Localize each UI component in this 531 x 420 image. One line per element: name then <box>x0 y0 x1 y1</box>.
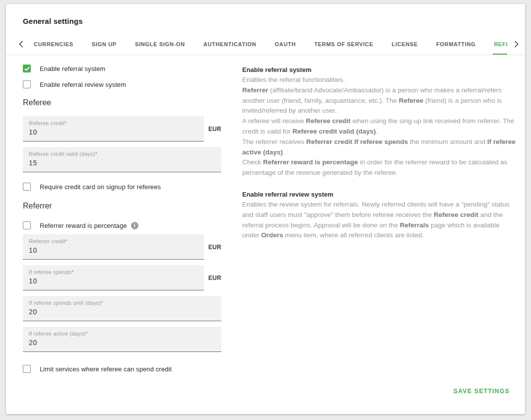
referrer-credit-input[interactable] <box>29 246 198 254</box>
card-header: General settings <box>6 4 525 34</box>
referee-section-heading: Referee <box>23 98 221 107</box>
help-paragraph: Check Referrer reward is percentage in o… <box>242 157 516 178</box>
checkbox-row-enable-referral-system[interactable]: Enable referral system <box>23 65 221 72</box>
checkbox-label: Referrer reward is percentage <box>40 222 127 229</box>
tab-license[interactable]: LICENSE <box>392 34 418 55</box>
chevron-right-icon <box>514 41 519 48</box>
tab-bar: CURRENCIES SIGN UP SINGLE SIGN-ON AUTHEN… <box>6 34 525 55</box>
referee-credit-field-box[interactable]: Referee credit* <box>23 116 204 141</box>
tab-referrals[interactable]: REFERRALS <box>494 34 507 55</box>
if-referee-spends-until-field: If referee spends until (days)* <box>23 296 221 321</box>
tab-sign-up[interactable]: SIGN UP <box>92 34 117 55</box>
tab-terms-of-service[interactable]: TERMS OF SERVICE <box>314 34 373 55</box>
if-referee-active-field-box[interactable]: If referee active (days)* <box>23 327 221 352</box>
tab-currencies[interactable]: CURRENCIES <box>34 34 73 55</box>
require-credit-card-checkbox[interactable] <box>23 183 31 191</box>
field-label: Referrer credit* <box>29 238 198 244</box>
tabs-row: CURRENCIES SIGN UP SINGLE SIGN-ON AUTHEN… <box>34 34 507 55</box>
limit-services-checkbox[interactable] <box>23 365 31 373</box>
settings-card: General settings CURRENCIES SIGN UP SING… <box>6 4 525 414</box>
checkbox-row-limit-services[interactable]: Limit services where referee can spend c… <box>23 365 221 373</box>
tab-single-sign-on[interactable]: SINGLE SIGN-ON <box>135 34 185 55</box>
tabs-viewport: CURRENCIES SIGN UP SINGLE SIGN-ON AUTHEN… <box>34 34 507 55</box>
checkbox-label: Enable referral system <box>40 65 105 72</box>
if-referee-spends-field: If referee spends* EUR <box>23 265 221 290</box>
checkbox-row-reward-is-percentage[interactable]: Referrer reward is percentage <box>23 221 221 229</box>
checkbox-label: Enable referral review system <box>40 81 126 88</box>
tabs-scroll-left-button[interactable] <box>15 34 27 55</box>
field-label: If referee spends until (days)* <box>29 300 215 306</box>
footer-actions: SAVE SETTINGS <box>454 386 510 395</box>
help-paragraph: A referee will receive Referee credit wh… <box>242 116 516 137</box>
reward-is-percentage-checkbox[interactable] <box>23 221 31 229</box>
referee-credit-input[interactable] <box>29 128 198 136</box>
enable-referral-system-checkbox[interactable] <box>23 65 31 72</box>
field-label: If referee active (days)* <box>29 331 215 337</box>
if-referee-spends-input[interactable] <box>29 277 198 285</box>
help-paragraph: Referrer (affiliate/brand Advocate/Ambas… <box>242 85 516 116</box>
referrer-credit-field-box[interactable]: Referrer credit* <box>23 234 204 260</box>
help-title: Enable referral review system <box>242 190 516 200</box>
tabs-scroll-right-button[interactable] <box>507 34 525 55</box>
help-enable-review-system: Enable referral review system Enables th… <box>242 190 516 241</box>
form-column: Enable referral system Enable referral r… <box>23 65 221 381</box>
tab-oauth[interactable]: OAUTH <box>275 34 296 55</box>
currency-suffix: EUR <box>208 126 221 133</box>
if-referee-spends-until-input[interactable] <box>29 308 215 316</box>
enable-review-system-checkbox[interactable] <box>23 80 31 88</box>
currency-suffix: EUR <box>208 244 221 251</box>
checkbox-row-enable-review-system[interactable]: Enable referral review system <box>23 80 221 88</box>
referee-credit-valid-input[interactable] <box>29 159 215 167</box>
check-icon <box>24 67 30 71</box>
help-enable-referral-system: Enable referral system Enables the refer… <box>242 65 516 178</box>
if-referee-spends-field-box[interactable]: If referee spends* <box>23 265 204 290</box>
currency-suffix: EUR <box>208 275 221 281</box>
content: Enable referral system Enable referral r… <box>6 55 525 381</box>
if-referee-spends-until-field-box[interactable]: If referee spends until (days)* <box>23 296 221 321</box>
checkbox-row-require-credit-card[interactable]: Require credit card on signup for refere… <box>23 183 221 191</box>
help-title: Enable referral system <box>242 65 516 75</box>
if-referee-active-field: If referee active (days)* <box>23 327 221 352</box>
save-settings-button[interactable]: SAVE SETTINGS <box>454 388 510 395</box>
referee-credit-valid-field-box[interactable]: Referee credit valid (days)* <box>23 147 221 172</box>
checkbox-label: Require credit card on signup for refere… <box>40 183 161 191</box>
help-paragraph: The referrer receives Referrer credit If… <box>242 137 516 158</box>
referrer-credit-field: Referrer credit* EUR <box>23 234 221 260</box>
referrer-section-heading: Referrer <box>23 202 221 210</box>
chevron-left-icon <box>19 41 23 48</box>
checkbox-label: Limit services where referee can spend c… <box>40 365 172 373</box>
referee-credit-valid-field: Referee credit valid (days)* <box>23 147 221 172</box>
tab-authentication[interactable]: AUTHENTICATION <box>203 34 257 55</box>
tab-formatting[interactable]: FORMATTING <box>436 34 476 55</box>
page-title: General settings <box>23 17 525 25</box>
referee-credit-field: Referee credit* EUR <box>23 116 221 141</box>
if-referee-active-input[interactable] <box>29 339 215 347</box>
help-column: Enable referral system Enables the refer… <box>242 65 516 381</box>
help-paragraph: Enables the review system for referrals.… <box>242 200 516 241</box>
field-label: Referee credit valid (days)* <box>29 151 215 157</box>
field-label: If referee spends* <box>29 269 198 275</box>
info-icon[interactable] <box>131 222 138 229</box>
field-label: Referee credit* <box>29 120 198 126</box>
help-paragraph: Enables the referral functionalities. <box>242 75 516 85</box>
